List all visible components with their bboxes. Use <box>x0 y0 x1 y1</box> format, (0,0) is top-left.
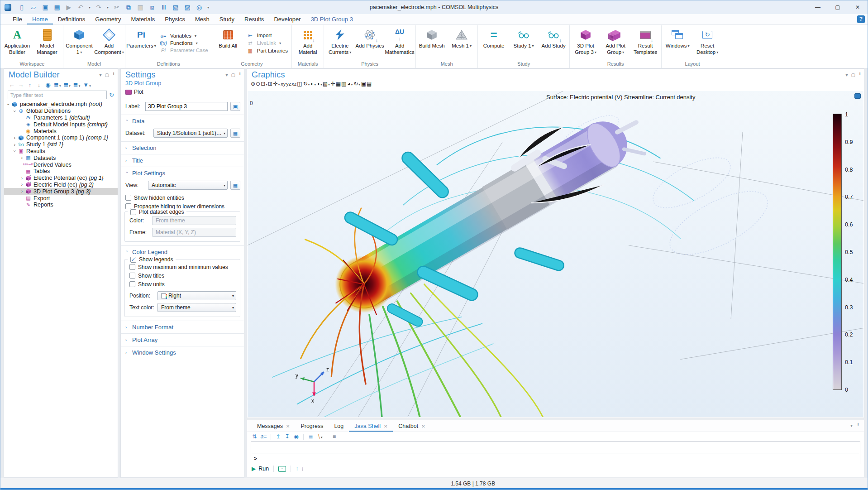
show-icon[interactable]: ◉ <box>44 81 52 89</box>
rename-button[interactable]: ▣ <box>230 102 240 111</box>
zoom-box-icon[interactable]: ⊡▾ <box>261 81 267 87</box>
tab-definitions[interactable]: Definitions <box>53 14 91 24</box>
panel-menu-icon[interactable]: ▾ <box>99 72 101 77</box>
expander-icon[interactable]: › <box>12 148 17 154</box>
copy-icon[interactable]: ⧉ <box>123 4 134 11</box>
tab-chatbot[interactable]: Chatbot✕ <box>393 421 430 432</box>
show-hidden-entities-checkbox[interactable] <box>125 195 131 201</box>
dataset-edit-button[interactable]: ▦ <box>230 129 240 138</box>
tab-developer[interactable]: Developer <box>269 14 305 24</box>
shell-output-area[interactable] <box>251 441 860 453</box>
delete-icon[interactable]: Ⅲ <box>158 4 170 11</box>
refresh-filter-icon[interactable]: ↻ <box>109 91 114 98</box>
tab-geometry[interactable]: Geometry <box>90 14 126 24</box>
tree-item-root[interactable]: › pacemaker_electrode.mph(root) <box>4 101 118 108</box>
show-maxmin-checkbox[interactable] <box>129 264 135 270</box>
transparency-cube-icon[interactable]: ▧▾ <box>323 81 330 87</box>
close-tab-icon[interactable]: ✕ <box>384 424 387 429</box>
back-icon[interactable]: ← <box>8 81 16 89</box>
zoom-out-icon[interactable]: ⊖ <box>256 81 260 87</box>
select-box-icon[interactable]: ▧ <box>170 4 181 11</box>
functions-button[interactable]: f(x) Functions ▾ <box>159 40 208 46</box>
3d-plot-group-3-button[interactable]: 3D Plot Group 3▾ <box>571 25 601 61</box>
section-data-header[interactable]: › Data <box>121 115 244 127</box>
tab-progress[interactable]: Progress <box>295 421 329 432</box>
panel-float-icon[interactable]: ▢ <box>105 72 109 77</box>
shell-prompt-row[interactable]: > <box>251 453 860 464</box>
scroll-down-icon[interactable]: ↓ <box>301 466 304 472</box>
panel-pin-icon[interactable]: ╹ <box>857 423 859 428</box>
open-file-icon[interactable]: ▱ <box>28 4 39 11</box>
toolbar-overflow-icon[interactable]: ▾ <box>205 5 211 10</box>
history-icon[interactable]: ⇅ <box>251 433 258 440</box>
tab-log[interactable]: Log <box>329 421 349 432</box>
expander-icon[interactable]: › <box>19 155 25 160</box>
tree-item-derived-values[interactable]: › 8.85 e-12 Derived Values <box>4 161 118 168</box>
mesh-1-button[interactable]: Mesh 1▾ <box>447 25 477 61</box>
study-1-button[interactable]: Study 1▾ <box>509 25 539 61</box>
print-icon[interactable]: ▤ <box>367 81 372 87</box>
section-selection-header[interactable]: › Selection <box>121 142 244 154</box>
maximize-button[interactable]: ▢ <box>828 0 848 14</box>
close-button[interactable]: ✕ <box>848 0 868 14</box>
zoom-extents-icon[interactable]: ⊞ <box>268 81 272 87</box>
update-plot-icon[interactable]: ↻▾ <box>353 81 360 87</box>
expander-icon[interactable]: › <box>12 142 18 147</box>
result-templates-button[interactable]: ↓ Result Templates <box>630 25 660 61</box>
scroll-up-icon[interactable]: ↑ <box>296 466 298 472</box>
tree-item-global-definitions[interactable]: › ⊕ Global Definitions <box>4 108 118 115</box>
model-manager-button[interactable]: Model Manager <box>32 25 62 61</box>
clear-selection-icon[interactable]: ▨ <box>181 4 193 11</box>
view-xz-icon[interactable]: xz <box>291 81 296 86</box>
panel-menu-icon[interactable]: ▾ <box>850 423 853 428</box>
tab-home[interactable]: Home <box>27 14 53 24</box>
go-to-view-icon[interactable]: ✛▾ <box>273 81 280 87</box>
expand-all-icon[interactable]: ≣▾ <box>53 81 62 89</box>
tab-3d-plot-group-3[interactable]: 3D Plot Group 3 <box>306 14 358 24</box>
show-color-legend-icon[interactable]: ▥ <box>341 81 346 87</box>
paste-icon[interactable]: ▥ <box>134 4 146 11</box>
plot-button[interactable]: Plot <box>134 89 143 95</box>
plot-dataset-edges-checkbox[interactable] <box>130 209 136 215</box>
show-legends-checkbox[interactable]: ✓ <box>130 257 136 263</box>
undo-icon[interactable]: ↶ <box>75 4 86 11</box>
add-mathematics-button[interactable]: ΔU↓ Add Mathematics <box>385 25 415 61</box>
show-titles-row[interactable]: Show titles <box>125 271 240 280</box>
add-component-button[interactable]: Add Component▾ <box>94 25 124 61</box>
zoom-in-icon[interactable]: ⊕ <box>251 81 255 87</box>
add-plot-group-button[interactable]: Add Plot Group▾ <box>601 25 630 61</box>
previous-command-icon[interactable]: ↥ <box>274 433 282 440</box>
close-tab-icon[interactable]: ✕ <box>421 424 425 429</box>
expander-icon[interactable]: › <box>19 189 25 194</box>
expander-icon[interactable]: › <box>19 176 25 181</box>
run-play-icon[interactable]: ▶ <box>252 466 256 472</box>
close-tab-icon[interactable]: ✕ <box>286 424 290 429</box>
expander-icon[interactable]: › <box>19 182 25 187</box>
tree-item-electric-field[interactable]: › * Electric Field (ec){pg 2} <box>4 182 118 188</box>
help-button[interactable]: ? <box>857 15 865 23</box>
plot-dataset-edges-row[interactable]: Plot dataset edges <box>128 209 186 215</box>
tab-mesh[interactable]: Mesh <box>190 14 215 24</box>
build-mesh-button[interactable]: Build Mesh <box>417 25 447 61</box>
move-down-icon[interactable]: ↓ <box>35 81 43 89</box>
sound-icon[interactable]: ◖▾ <box>317 81 322 87</box>
plot-canvas[interactable]: Surface: Electric potential (V) Streamli… <box>248 91 863 417</box>
tree-item-study-1[interactable]: › Study 1{std 1} <box>4 141 118 148</box>
component-1-button[interactable]: Component 1▾ <box>64 25 94 61</box>
console-icon[interactable]: ≡ <box>278 466 286 472</box>
cut-icon[interactable]: ✂ <box>111 4 123 11</box>
tree-item-default-model-inputs[interactable]: › ◈ Default Model Inputs{cminpt} <box>4 121 118 128</box>
save-as-icon[interactable]: ▤ <box>51 4 63 11</box>
windows-button[interactable]: Windows▾ <box>663 25 692 61</box>
tab-results[interactable]: Results <box>239 14 269 24</box>
section-number-format-header[interactable]: › Number Format <box>121 321 244 333</box>
tab-study[interactable]: Study <box>215 14 239 24</box>
tree-item-3d-plot-group-3[interactable]: › 3D Plot Group 3{pg 3} <box>4 188 118 195</box>
tree-item-tables[interactable]: › ▦ Tables <box>4 168 118 175</box>
undo-chevron-icon[interactable]: ▾ <box>86 5 93 10</box>
tree-item-electric-potential[interactable]: › * Electric Potential (ec){pg 1} <box>4 175 118 182</box>
section-window-settings-header[interactable]: › Window Settings <box>121 346 244 359</box>
view-xy-icon[interactable]: xy <box>281 81 286 86</box>
color-palette-icon[interactable]: ◕▾ <box>347 81 353 87</box>
panel-pin-icon[interactable]: ╹ <box>238 72 241 77</box>
